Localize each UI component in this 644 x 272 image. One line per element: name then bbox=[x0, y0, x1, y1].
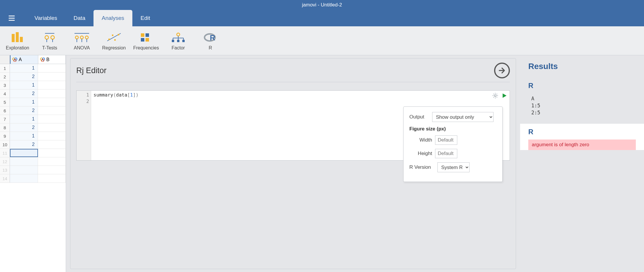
results-section-r2: R bbox=[528, 128, 636, 136]
results-panel: Results R A 1:5 2:5 R argument is of len… bbox=[520, 55, 644, 272]
output-select[interactable]: Show output only bbox=[432, 112, 494, 122]
ribbon-r-label: R bbox=[209, 45, 212, 51]
cell-a[interactable]: 1 bbox=[10, 98, 38, 106]
title-bar: jamovi - Untitled-2 bbox=[0, 0, 644, 10]
row-number[interactable]: 6 bbox=[0, 106, 10, 115]
cell-b[interactable] bbox=[38, 106, 66, 115]
ribbon-factor-label: Factor bbox=[172, 45, 185, 51]
table-row: 51 bbox=[0, 98, 66, 106]
cell-a[interactable] bbox=[10, 166, 38, 174]
tab-edit[interactable]: Edit bbox=[132, 10, 158, 26]
table-row: 42 bbox=[0, 89, 66, 98]
hamburger-menu-icon[interactable] bbox=[6, 12, 18, 24]
ribbon-anova[interactable]: ANOVA bbox=[67, 28, 96, 54]
svg-point-11 bbox=[85, 36, 88, 39]
frequencies-icon bbox=[139, 31, 153, 44]
editor-panel: Rj Editor 1 2 summary(data[1]) bbox=[66, 55, 520, 272]
row-number[interactable]: 3 bbox=[0, 81, 10, 89]
svg-rect-32 bbox=[182, 40, 185, 42]
ribbon-frequencies[interactable]: Frequencies bbox=[131, 28, 161, 54]
cell-b[interactable] bbox=[38, 115, 66, 123]
row-number[interactable]: 2 bbox=[0, 73, 10, 81]
output-label: Output bbox=[409, 114, 427, 120]
cell-b[interactable] bbox=[38, 132, 66, 140]
ribbon: Exploration T-Tests ANOVA Regression Fre… bbox=[0, 26, 644, 55]
svg-rect-19 bbox=[118, 34, 119, 35]
cell-a[interactable]: 2 bbox=[10, 140, 38, 149]
ribbon-r[interactable]: R R bbox=[196, 28, 225, 54]
sheet-header: A B bbox=[0, 55, 66, 64]
ribbon-frequencies-label: Frequencies bbox=[133, 45, 159, 51]
ribbon-ttests-label: T-Tests bbox=[42, 45, 57, 51]
table-row: 14 bbox=[0, 174, 66, 183]
row-number[interactable]: 11 bbox=[0, 149, 10, 157]
column-b-label: B bbox=[46, 57, 50, 62]
cell-a[interactable] bbox=[10, 149, 38, 157]
row-number[interactable]: 8 bbox=[0, 123, 10, 132]
svg-text:R: R bbox=[210, 33, 215, 42]
cell-b[interactable] bbox=[38, 166, 66, 174]
ribbon-regression[interactable]: Regression bbox=[99, 28, 129, 54]
row-number[interactable]: 9 bbox=[0, 132, 10, 140]
cell-a[interactable]: 1 bbox=[10, 132, 38, 140]
tabs-bar: Variables Data Analyses Edit bbox=[0, 10, 644, 26]
row-number[interactable]: 4 bbox=[0, 89, 10, 98]
table-row: 11 bbox=[0, 149, 66, 157]
cell-b[interactable] bbox=[38, 149, 66, 157]
cell-a[interactable] bbox=[10, 157, 38, 166]
cell-b[interactable] bbox=[38, 89, 66, 98]
column-header-a[interactable]: A bbox=[10, 55, 38, 64]
run-arrow-button[interactable] bbox=[494, 63, 510, 78]
gear-icon[interactable] bbox=[492, 92, 498, 100]
table-row: 91 bbox=[0, 132, 66, 140]
row-number[interactable]: 1 bbox=[0, 64, 10, 72]
cell-b[interactable] bbox=[38, 174, 66, 183]
cell-b[interactable] bbox=[38, 73, 66, 81]
row-number[interactable]: 13 bbox=[0, 166, 10, 174]
row-number[interactable]: 5 bbox=[0, 98, 10, 106]
cell-b[interactable] bbox=[38, 123, 66, 132]
height-input[interactable] bbox=[435, 149, 457, 158]
cell-a[interactable]: 1 bbox=[10, 64, 38, 72]
row-number[interactable]: 14 bbox=[0, 174, 10, 183]
ribbon-exploration[interactable]: Exploration bbox=[3, 28, 32, 54]
row-number[interactable]: 10 bbox=[0, 140, 10, 149]
row-number[interactable]: 7 bbox=[0, 115, 10, 123]
play-icon[interactable] bbox=[501, 93, 507, 100]
tab-variables[interactable]: Variables bbox=[26, 10, 65, 26]
rversion-select[interactable]: System R bbox=[437, 162, 470, 172]
table-row: 11 bbox=[0, 64, 66, 73]
svg-rect-0 bbox=[12, 34, 15, 42]
cell-b[interactable] bbox=[38, 140, 66, 149]
cell-a[interactable]: 1 bbox=[10, 81, 38, 89]
bar-chart-icon bbox=[11, 31, 25, 44]
svg-rect-23 bbox=[146, 38, 149, 42]
code-editor[interactable]: 1 2 summary(data[1]) Output bbox=[76, 90, 510, 161]
ribbon-ttests[interactable]: T-Tests bbox=[35, 28, 64, 54]
cell-a[interactable] bbox=[10, 174, 38, 183]
cell-b[interactable] bbox=[38, 98, 66, 106]
r-logo-icon: R bbox=[203, 31, 217, 44]
tab-data[interactable]: Data bbox=[65, 10, 94, 26]
cell-b[interactable] bbox=[38, 157, 66, 166]
width-input[interactable] bbox=[435, 135, 457, 145]
column-header-b[interactable]: B bbox=[38, 55, 66, 64]
cell-b[interactable] bbox=[38, 81, 66, 89]
results-error: argument is of length zero bbox=[528, 140, 636, 150]
cell-a[interactable]: 2 bbox=[10, 106, 38, 115]
cell-a[interactable]: 2 bbox=[10, 123, 38, 132]
rversion-label: R Version bbox=[409, 164, 434, 170]
cell-a[interactable]: 1 bbox=[10, 115, 38, 123]
column-a-label: A bbox=[19, 57, 22, 62]
ribbon-factor[interactable]: Factor bbox=[164, 28, 193, 54]
sheet-body[interactable]: 11223142516271829110211121314 bbox=[0, 64, 66, 272]
svg-rect-22 bbox=[141, 38, 144, 42]
cell-a[interactable]: 2 bbox=[10, 73, 38, 81]
code-settings-popup: Output Show output only Figure size (px)… bbox=[403, 106, 503, 182]
editor-title: Rj Editor bbox=[76, 66, 107, 75]
rownum-header bbox=[0, 55, 10, 64]
row-number[interactable]: 12 bbox=[0, 157, 10, 166]
cell-a[interactable]: 2 bbox=[10, 89, 38, 98]
tab-analyses[interactable]: Analyses bbox=[94, 10, 132, 26]
cell-b[interactable] bbox=[38, 64, 66, 72]
